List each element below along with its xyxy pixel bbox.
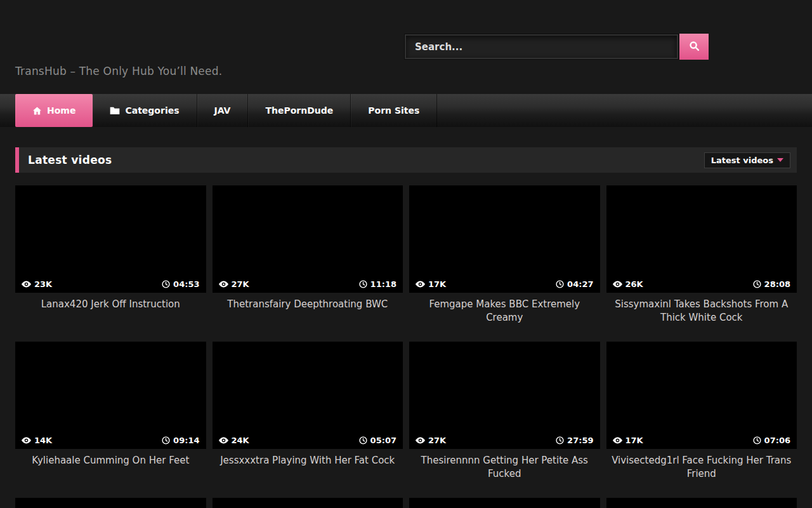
video-duration: 09:14	[162, 436, 199, 445]
view-count-value: 24K	[232, 436, 249, 445]
nav-item-categories[interactable]: Categories	[93, 94, 197, 127]
view-count: 26K	[613, 279, 643, 289]
section-header: Latest videos Latest videos	[15, 147, 797, 173]
folder-icon	[110, 106, 120, 115]
video-stats: 27K 27:59	[409, 432, 600, 449]
duration-value: 28:08	[764, 279, 790, 289]
duration-value: 27:59	[567, 436, 593, 445]
video-thumbnail[interactable]	[213, 498, 403, 508]
view-count-value: 17K	[428, 279, 446, 289]
video-thumbnail[interactable]: 27K 11:18	[213, 185, 403, 293]
clock-icon	[162, 280, 170, 288]
clock-icon	[556, 280, 564, 288]
eye-icon	[613, 437, 622, 444]
view-count-value: 26K	[625, 279, 643, 289]
nav-item-theporndude[interactable]: ThePornDude	[248, 94, 351, 127]
nav-item-label: JAV	[214, 105, 231, 116]
video-thumbnail[interactable]: 26K 28:08	[606, 185, 797, 293]
video-thumbnail[interactable]: 14K 09:14	[15, 342, 206, 449]
duration-value: 04:27	[567, 279, 593, 289]
video-stats: 27K 11:18	[213, 276, 403, 293]
caret-down-icon	[777, 158, 783, 162]
search-bar	[405, 34, 709, 60]
video-thumbnail[interactable]: 24K 05:07	[213, 342, 403, 449]
site-header: TransHub – The Only Hub You’ll Need.	[0, 0, 812, 94]
search-button[interactable]	[679, 34, 709, 60]
view-count: 17K	[416, 279, 446, 289]
video-duration: 04:53	[162, 279, 199, 289]
video-card[interactable]	[409, 498, 600, 508]
video-stats: 17K 07:06	[606, 432, 797, 449]
video-title: Vivisectedg1rl Face Fucking Her Trans Fr…	[606, 449, 797, 481]
video-thumbnail[interactable]: 17K 04:27	[409, 185, 600, 293]
video-thumbnail[interactable]: 23K 04:53	[15, 185, 206, 293]
video-duration: 28:08	[753, 279, 790, 289]
video-title: Lanax420 Jerk Off Instruction	[15, 293, 206, 321]
view-count-value: 27K	[428, 436, 446, 445]
sort-dropdown-label: Latest videos	[711, 156, 773, 165]
duration-value: 05:07	[370, 436, 396, 445]
video-grid: 23K 04:53 Lanax420 Jerk Off Instruction	[15, 185, 797, 508]
nav-item-label: Home	[47, 105, 75, 116]
clock-icon	[162, 436, 170, 444]
nav-item-label: Porn Sites	[368, 105, 419, 116]
duration-value: 07:06	[764, 436, 790, 445]
video-card[interactable]: 27K 27:59 Thesirennnn Getting Her Petite…	[409, 342, 600, 481]
eye-icon	[219, 281, 228, 288]
video-thumbnail[interactable]	[15, 498, 206, 508]
search-input[interactable]	[405, 34, 678, 59]
nav-item-label: ThePornDude	[265, 105, 333, 116]
video-title: Sissymaxinl Takes Backshots From A Thick…	[606, 293, 797, 324]
video-duration: 07:06	[753, 436, 790, 445]
video-title: Thetransfairy Deepthroating BWC	[213, 293, 403, 321]
video-duration: 27:59	[556, 436, 593, 445]
search-icon	[689, 41, 700, 53]
video-thumbnail[interactable]	[606, 498, 797, 508]
video-card[interactable]: 17K 07:06 Vivisectedg1rl Face Fucking He…	[606, 342, 797, 481]
video-card[interactable]	[606, 498, 797, 508]
main-content: Latest videos Latest videos 23K	[0, 147, 812, 508]
video-card[interactable]: 23K 04:53 Lanax420 Jerk Off Instruction	[15, 185, 206, 324]
duration-value: 11:18	[370, 279, 396, 289]
view-count: 23K	[22, 279, 52, 289]
duration-value: 09:14	[173, 436, 199, 445]
video-title: Kyliehaale Cumming On Her Feet	[15, 449, 206, 477]
duration-value: 04:53	[173, 279, 199, 289]
video-card[interactable]: 17K 04:27 Femgape Makes BBC Extremely Cr…	[409, 185, 600, 324]
video-stats: 14K 09:14	[15, 432, 206, 449]
eye-icon	[613, 281, 622, 288]
video-card[interactable]: 24K 05:07 Jessxxxtra Playing With Her Fa…	[213, 342, 403, 481]
video-card[interactable]	[15, 498, 206, 508]
view-count: 14K	[22, 436, 52, 445]
sort-dropdown[interactable]: Latest videos	[704, 152, 790, 168]
video-stats: 24K 05:07	[213, 432, 403, 449]
eye-icon	[219, 437, 228, 444]
clock-icon	[753, 436, 761, 444]
video-card[interactable]: 27K 11:18 Thetransfairy Deepthroating BW…	[213, 185, 403, 324]
nav-item-jav[interactable]: JAV	[197, 94, 249, 127]
view-count: 27K	[416, 436, 446, 445]
video-card[interactable]: 26K 28:08 Sissymaxinl Takes Backshots Fr…	[606, 185, 797, 324]
video-thumbnail[interactable]: 27K 27:59	[409, 342, 600, 449]
video-duration: 04:27	[556, 279, 593, 289]
video-title: Thesirennnn Getting Her Petite Ass Fucke…	[409, 449, 600, 481]
video-thumbnail[interactable]: 17K 07:06	[606, 342, 797, 449]
video-card[interactable]: 14K 09:14 Kyliehaale Cumming On Her Feet	[15, 342, 206, 481]
main-nav: Home Categories JAV ThePornDude Porn Sit…	[0, 94, 812, 127]
nav-item-porn-sites[interactable]: Porn Sites	[351, 94, 437, 127]
view-count: 17K	[613, 436, 643, 445]
video-thumbnail[interactable]	[409, 498, 600, 508]
view-count-value: 17K	[625, 436, 643, 445]
nav-item-home[interactable]: Home	[15, 94, 93, 127]
section-title: Latest videos	[28, 154, 112, 166]
nav-item-label: Categories	[125, 105, 179, 116]
eye-icon	[22, 437, 31, 444]
video-stats: 26K 28:08	[606, 276, 797, 293]
video-duration: 11:18	[359, 279, 396, 289]
site-tagline: TransHub – The Only Hub You’ll Need.	[15, 65, 222, 77]
video-title: Jessxxxtra Playing With Her Fat Cock	[213, 449, 403, 477]
video-card[interactable]	[213, 498, 403, 508]
video-stats: 17K 04:27	[409, 276, 600, 293]
clock-icon	[359, 436, 367, 444]
view-count-value: 14K	[34, 436, 52, 445]
